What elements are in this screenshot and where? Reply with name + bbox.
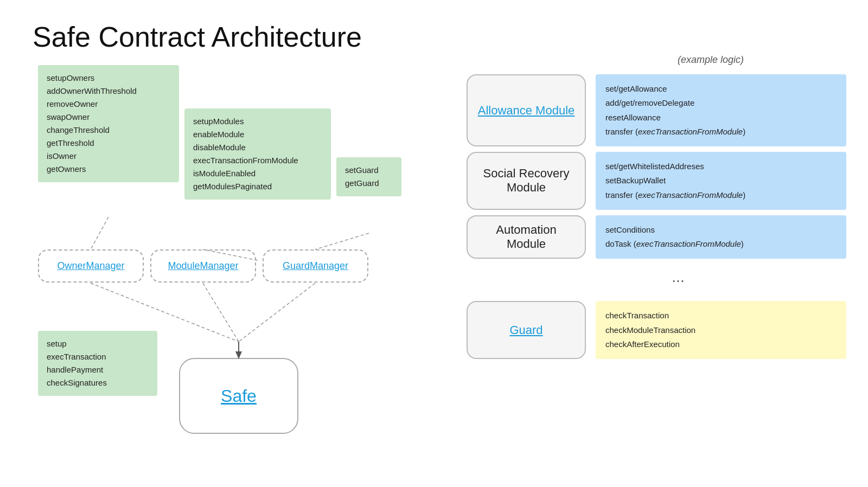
owner-manager-box[interactable]: OwnerManager — [38, 249, 144, 283]
guard-box[interactable]: Guard — [467, 301, 586, 359]
social-recovery-module-row: Social Recovery Module set/getWhiteliste… — [467, 152, 846, 210]
logic-item: transfer (execTransactionFromModule) — [605, 188, 837, 202]
logic-item: setBackupWallet — [605, 174, 837, 188]
owners-method: isOwner — [47, 150, 170, 163]
svg-line-4 — [203, 283, 239, 342]
manager-row: OwnerManager ModuleManager GuardManager — [38, 249, 368, 283]
logic-item: add/get/removeDelegate — [605, 96, 837, 110]
example-logic-label: (example logic) — [575, 54, 846, 66]
logic-item: set/getWhitelistedAddreses — [605, 159, 837, 174]
guard-method: getGuard — [345, 177, 393, 190]
owners-method: removeOwner — [47, 98, 170, 111]
modules-method: setupModules — [193, 115, 322, 128]
logic-item: checkTransaction — [605, 309, 837, 323]
owners-method: getThreshold — [47, 137, 170, 150]
modules-methods-box: setupModules enableModule disableModule … — [184, 108, 331, 200]
owners-method: changeThreshold — [47, 124, 170, 137]
safe-methods-box: setup execTransaction handlePayment chec… — [38, 331, 157, 396]
automation-logic: setConditions doTask (execTransactionFro… — [596, 215, 846, 259]
safe-box[interactable]: Safe — [179, 358, 298, 434]
allowance-module-row: Allowance Module set/getAllowance add/ge… — [467, 74, 846, 146]
guard-manager-box[interactable]: GuardManager — [263, 249, 368, 283]
safe-label: Safe — [221, 386, 257, 406]
logic-item: doTask (execTransactionFromModule) — [605, 237, 837, 251]
guard-method: setGuard — [345, 164, 393, 177]
social-recovery-module-box: Social Recovery Module — [467, 152, 586, 210]
svg-line-0 — [91, 217, 108, 249]
social-recovery-logic: set/getWhitelistedAddreses setBackupWall… — [596, 152, 846, 210]
modules-method: isModuleEnabled — [193, 167, 322, 180]
guard-logic: checkTransaction checkModuleTransaction … — [596, 301, 846, 359]
logic-item: setConditions — [605, 223, 837, 237]
owners-method: addOwnerWithThreshold — [47, 85, 170, 98]
module-manager-box[interactable]: ModuleManager — [150, 249, 256, 283]
svg-line-5 — [239, 283, 315, 342]
modules-method: disableModule — [193, 141, 322, 154]
diagram-area: setupOwners addOwnerWithThreshold remove… — [33, 65, 456, 477]
logic-item: set/getAllowance — [605, 82, 837, 96]
safe-method: checkSignatures — [47, 376, 149, 389]
guard-row: Guard checkTransaction checkModuleTransa… — [467, 301, 846, 359]
automation-module-row: Automation Module setConditions doTask (… — [467, 215, 846, 259]
owners-method: getOwners — [47, 163, 170, 176]
logic-item: transfer (execTransactionFromModule) — [605, 125, 837, 139]
guard-methods-box: setGuard getGuard — [336, 157, 401, 196]
safe-method: execTransaction — [47, 350, 149, 363]
owners-methods-box: setupOwners addOwnerWithThreshold remove… — [38, 65, 179, 182]
logic-item: checkAfterExecution — [605, 337, 837, 351]
modules-method: execTransactionFromModule — [193, 154, 322, 167]
dots: ... — [467, 268, 846, 286]
svg-line-2 — [315, 233, 369, 249]
safe-method: handlePayment — [47, 363, 149, 376]
safe-method: setup — [47, 337, 149, 350]
logic-item: checkModuleTransaction — [605, 323, 837, 337]
page-title: Safe Contract Architecture — [33, 21, 362, 53]
modules-method: getModulesPaginated — [193, 180, 322, 193]
modules-method: enableModule — [193, 128, 322, 141]
logic-item: resetAllowance — [605, 111, 837, 125]
automation-module-box: Automation Module — [467, 215, 586, 259]
owners-method: swapOwner — [47, 111, 170, 124]
allowance-module-box[interactable]: Allowance Module — [467, 74, 586, 146]
allowance-module-logic: set/getAllowance add/get/removeDelegate … — [596, 74, 846, 146]
right-area: (example logic) Allowance Module set/get… — [467, 54, 846, 359]
owners-method: setupOwners — [47, 72, 170, 85]
